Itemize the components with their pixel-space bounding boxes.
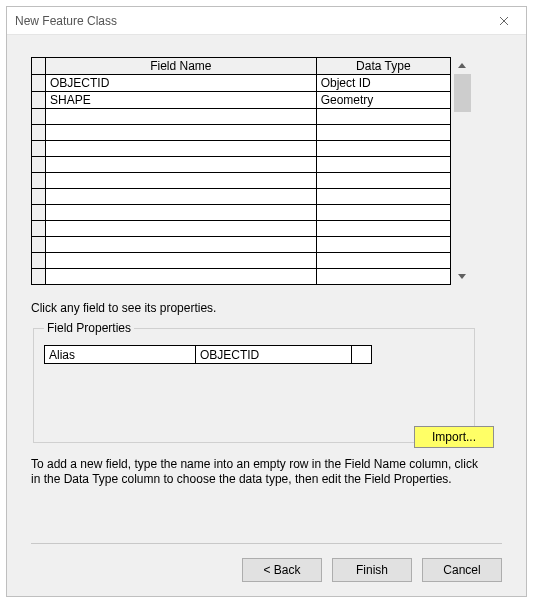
cell-field-name[interactable]: SHAPE xyxy=(46,92,317,109)
import-button[interactable]: Import... xyxy=(414,426,494,448)
table-row[interactable] xyxy=(32,221,451,237)
cell-data-type[interactable] xyxy=(316,109,450,125)
row-header[interactable] xyxy=(32,141,46,157)
row-header[interactable] xyxy=(32,221,46,237)
row-header[interactable] xyxy=(32,125,46,141)
table-row[interactable] xyxy=(32,141,451,157)
row-header[interactable] xyxy=(32,75,46,92)
row-header[interactable] xyxy=(32,253,46,269)
table-row[interactable] xyxy=(32,157,451,173)
cell-field-name[interactable]: OBJECTID xyxy=(46,75,317,92)
property-extra[interactable] xyxy=(351,346,371,364)
table-row[interactable]: OBJECTIDObject ID xyxy=(32,75,451,92)
row-header[interactable] xyxy=(32,189,46,205)
table-row[interactable] xyxy=(32,253,451,269)
table-row[interactable]: SHAPEGeometry xyxy=(32,92,451,109)
property-label: Alias xyxy=(45,346,196,364)
table-row[interactable] xyxy=(32,189,451,205)
field-properties-legend: Field Properties xyxy=(44,321,134,335)
row-header[interactable] xyxy=(32,92,46,109)
scroll-track[interactable] xyxy=(454,74,471,268)
scroll-down-icon[interactable] xyxy=(454,268,471,285)
table-row[interactable] xyxy=(32,205,451,221)
finish-button[interactable]: Finish xyxy=(332,558,412,582)
row-header[interactable] xyxy=(32,205,46,221)
cancel-button[interactable]: Cancel xyxy=(422,558,502,582)
cell-data-type[interactable]: Geometry xyxy=(316,92,450,109)
dialog-content: Field Name Data Type OBJECTIDObject IDSH… xyxy=(7,35,526,596)
cell-data-type[interactable] xyxy=(316,125,450,141)
field-properties-table[interactable]: AliasOBJECTID xyxy=(44,345,372,364)
window-title: New Feature Class xyxy=(15,14,117,28)
cell-field-name[interactable] xyxy=(46,109,317,125)
table-row[interactable] xyxy=(32,269,451,285)
cell-data-type[interactable] xyxy=(316,173,450,189)
cell-data-type[interactable] xyxy=(316,141,450,157)
grid-scrollbar[interactable] xyxy=(451,57,471,285)
cell-data-type[interactable] xyxy=(316,237,450,253)
cell-field-name[interactable] xyxy=(46,173,317,189)
cell-field-name[interactable] xyxy=(46,253,317,269)
cell-data-type[interactable] xyxy=(316,189,450,205)
scroll-up-icon[interactable] xyxy=(454,57,471,74)
cell-field-name[interactable] xyxy=(46,157,317,173)
cell-field-name[interactable] xyxy=(46,205,317,221)
property-value[interactable]: OBJECTID xyxy=(195,346,351,364)
titlebar: New Feature Class xyxy=(7,7,526,35)
cell-field-name[interactable] xyxy=(46,237,317,253)
hint-text: Click any field to see its properties. xyxy=(31,301,502,315)
row-header[interactable] xyxy=(32,269,46,285)
cell-field-name[interactable] xyxy=(46,269,317,285)
cell-data-type[interactable] xyxy=(316,205,450,221)
row-header[interactable] xyxy=(32,237,46,253)
back-button[interactable]: < Back xyxy=(242,558,322,582)
cell-field-name[interactable] xyxy=(46,141,317,157)
cell-field-name[interactable] xyxy=(46,221,317,237)
cell-field-name[interactable] xyxy=(46,189,317,205)
row-header[interactable] xyxy=(32,173,46,189)
cell-data-type[interactable] xyxy=(316,157,450,173)
cell-field-name[interactable] xyxy=(46,125,317,141)
cell-data-type[interactable] xyxy=(316,269,450,285)
property-row[interactable]: AliasOBJECTID xyxy=(45,346,372,364)
column-header-data-type[interactable]: Data Type xyxy=(316,58,450,75)
row-header[interactable] xyxy=(32,157,46,173)
footer-buttons: < Back Finish Cancel xyxy=(242,558,502,582)
table-row[interactable] xyxy=(32,125,451,141)
fields-grid[interactable]: Field Name Data Type OBJECTIDObject IDSH… xyxy=(31,57,451,285)
table-row[interactable] xyxy=(32,109,451,125)
column-header-field-name[interactable]: Field Name xyxy=(46,58,317,75)
close-icon xyxy=(499,16,509,26)
instruction-text: To add a new field, type the name into a… xyxy=(31,457,483,487)
row-header-blank xyxy=(32,58,46,75)
cell-data-type[interactable]: Object ID xyxy=(316,75,450,92)
table-row[interactable] xyxy=(32,237,451,253)
row-header[interactable] xyxy=(32,109,46,125)
scroll-thumb[interactable] xyxy=(454,74,471,112)
table-row[interactable] xyxy=(32,173,451,189)
field-properties-group: Field Properties AliasOBJECTID Import... xyxy=(33,321,475,443)
cell-data-type[interactable] xyxy=(316,253,450,269)
close-button[interactable] xyxy=(484,8,524,34)
footer-separator xyxy=(31,543,502,544)
dialog-window: New Feature Class Field Name Data Type O… xyxy=(6,6,527,597)
cell-data-type[interactable] xyxy=(316,221,450,237)
